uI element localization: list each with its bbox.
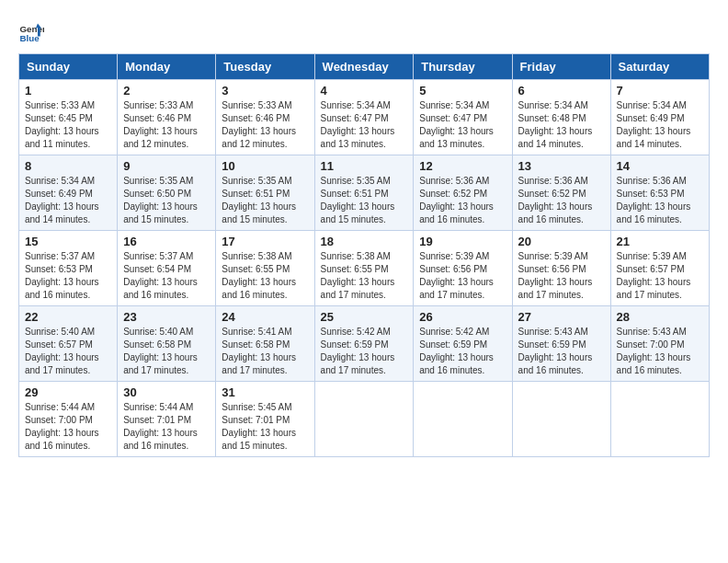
calendar-cell	[610, 382, 709, 457]
day-number: 14	[617, 159, 703, 173]
weekday-header-monday: Monday	[118, 54, 216, 80]
day-number: 23	[123, 310, 210, 324]
company-logo: General Blue	[18, 18, 46, 44]
weekday-header-sunday: Sunday	[19, 54, 118, 80]
weekday-header-saturday: Saturday	[610, 54, 709, 80]
calendar-cell: 22 Sunrise: 5:40 AM Sunset: 6:57 PM Dayl…	[19, 306, 118, 382]
day-number: 20	[518, 235, 605, 248]
calendar-cell	[314, 382, 414, 457]
day-info: Sunrise: 5:40 AM Sunset: 6:57 PM Dayligh…	[25, 326, 111, 377]
day-info: Sunrise: 5:33 AM Sunset: 6:46 PM Dayligh…	[123, 99, 210, 151]
calendar-cell: 5 Sunrise: 5:34 AM Sunset: 6:47 PM Dayli…	[414, 80, 512, 155]
calendar-cell	[512, 382, 610, 457]
calendar-cell: 19 Sunrise: 5:39 AM Sunset: 6:56 PM Dayl…	[414, 231, 512, 306]
day-number: 1	[25, 84, 111, 98]
day-info: Sunrise: 5:44 AM Sunset: 7:01 PM Dayligh…	[123, 401, 210, 453]
svg-text:Blue: Blue	[19, 33, 40, 43]
day-number: 12	[419, 159, 506, 173]
calendar-cell: 6 Sunrise: 5:34 AM Sunset: 6:48 PM Dayli…	[512, 80, 610, 155]
day-number: 6	[518, 84, 605, 98]
day-number: 28	[617, 310, 703, 324]
calendar-cell: 13 Sunrise: 5:36 AM Sunset: 6:52 PM Dayl…	[512, 155, 610, 231]
day-number: 10	[222, 159, 308, 173]
calendar-cell: 4 Sunrise: 5:34 AM Sunset: 6:47 PM Dayli…	[314, 80, 414, 155]
day-number: 31	[222, 385, 308, 399]
day-info: Sunrise: 5:34 AM Sunset: 6:47 PM Dayligh…	[419, 99, 506, 151]
weekday-header-wednesday: Wednesday	[314, 54, 414, 80]
day-number: 9	[123, 159, 210, 173]
calendar-cell: 17 Sunrise: 5:38 AM Sunset: 6:55 PM Dayl…	[216, 231, 314, 306]
calendar-cell: 15 Sunrise: 5:37 AM Sunset: 6:53 PM Dayl…	[19, 231, 118, 306]
day-number: 5	[419, 84, 506, 98]
day-number: 3	[222, 84, 308, 98]
day-info: Sunrise: 5:36 AM Sunset: 6:53 PM Dayligh…	[617, 175, 703, 226]
day-number: 16	[123, 235, 210, 248]
day-number: 18	[321, 235, 408, 248]
day-info: Sunrise: 5:44 AM Sunset: 7:00 PM Dayligh…	[25, 401, 111, 453]
calendar-cell: 11 Sunrise: 5:35 AM Sunset: 6:51 PM Dayl…	[314, 155, 414, 231]
day-info: Sunrise: 5:37 AM Sunset: 6:54 PM Dayligh…	[123, 250, 210, 302]
calendar-cell: 16 Sunrise: 5:37 AM Sunset: 6:54 PM Dayl…	[118, 231, 216, 306]
day-info: Sunrise: 5:38 AM Sunset: 6:55 PM Dayligh…	[321, 250, 408, 302]
day-info: Sunrise: 5:42 AM Sunset: 6:59 PM Dayligh…	[321, 326, 408, 377]
day-info: Sunrise: 5:41 AM Sunset: 6:58 PM Dayligh…	[222, 326, 308, 377]
calendar-cell: 21 Sunrise: 5:39 AM Sunset: 6:57 PM Dayl…	[610, 231, 709, 306]
weekday-header-thursday: Thursday	[414, 54, 512, 80]
day-info: Sunrise: 5:43 AM Sunset: 7:00 PM Dayligh…	[617, 326, 703, 377]
day-info: Sunrise: 5:37 AM Sunset: 6:53 PM Dayligh…	[25, 250, 111, 302]
day-number: 30	[123, 385, 210, 399]
day-info: Sunrise: 5:42 AM Sunset: 6:59 PM Dayligh…	[419, 326, 506, 377]
weekday-header-tuesday: Tuesday	[216, 54, 314, 80]
day-info: Sunrise: 5:34 AM Sunset: 6:47 PM Dayligh…	[321, 99, 408, 151]
day-number: 7	[617, 84, 703, 98]
day-number: 15	[25, 235, 111, 248]
weekday-header-friday: Friday	[512, 54, 610, 80]
day-number: 2	[123, 84, 210, 98]
day-number: 21	[617, 235, 703, 248]
calendar-cell: 23 Sunrise: 5:40 AM Sunset: 6:58 PM Dayl…	[118, 306, 216, 382]
day-info: Sunrise: 5:39 AM Sunset: 6:56 PM Dayligh…	[518, 250, 605, 302]
calendar-cell: 14 Sunrise: 5:36 AM Sunset: 6:53 PM Dayl…	[610, 155, 709, 231]
calendar-cell: 30 Sunrise: 5:44 AM Sunset: 7:01 PM Dayl…	[118, 382, 216, 457]
day-number: 25	[321, 310, 408, 324]
day-info: Sunrise: 5:38 AM Sunset: 6:55 PM Dayligh…	[222, 250, 308, 302]
day-number: 13	[518, 159, 605, 173]
calendar-cell: 9 Sunrise: 5:35 AM Sunset: 6:50 PM Dayli…	[118, 155, 216, 231]
calendar-cell: 31 Sunrise: 5:45 AM Sunset: 7:01 PM Dayl…	[216, 382, 314, 457]
day-info: Sunrise: 5:35 AM Sunset: 6:51 PM Dayligh…	[222, 175, 308, 226]
calendar-cell	[414, 382, 512, 457]
day-number: 24	[222, 310, 308, 324]
calendar-cell: 28 Sunrise: 5:43 AM Sunset: 7:00 PM Dayl…	[610, 306, 709, 382]
day-number: 8	[25, 159, 111, 173]
day-info: Sunrise: 5:45 AM Sunset: 7:01 PM Dayligh…	[222, 401, 308, 453]
day-info: Sunrise: 5:34 AM Sunset: 6:49 PM Dayligh…	[25, 175, 111, 226]
day-number: 26	[419, 310, 506, 324]
day-number: 22	[25, 310, 111, 324]
calendar-cell: 7 Sunrise: 5:34 AM Sunset: 6:49 PM Dayli…	[610, 80, 709, 155]
day-info: Sunrise: 5:34 AM Sunset: 6:48 PM Dayligh…	[518, 99, 605, 151]
calendar-cell: 18 Sunrise: 5:38 AM Sunset: 6:55 PM Dayl…	[314, 231, 414, 306]
day-info: Sunrise: 5:33 AM Sunset: 6:46 PM Dayligh…	[222, 99, 308, 151]
day-number: 27	[518, 310, 605, 324]
calendar-table: SundayMondayTuesdayWednesdayThursdayFrid…	[18, 53, 710, 457]
page-header: General Blue	[18, 18, 710, 44]
day-number: 29	[25, 385, 111, 399]
calendar-cell: 27 Sunrise: 5:43 AM Sunset: 6:59 PM Dayl…	[512, 306, 610, 382]
calendar-cell: 1 Sunrise: 5:33 AM Sunset: 6:45 PM Dayli…	[19, 80, 118, 155]
calendar-cell: 10 Sunrise: 5:35 AM Sunset: 6:51 PM Dayl…	[216, 155, 314, 231]
day-info: Sunrise: 5:35 AM Sunset: 6:50 PM Dayligh…	[123, 175, 210, 226]
day-info: Sunrise: 5:43 AM Sunset: 6:59 PM Dayligh…	[518, 326, 605, 377]
day-info: Sunrise: 5:33 AM Sunset: 6:45 PM Dayligh…	[25, 99, 111, 151]
calendar-cell: 2 Sunrise: 5:33 AM Sunset: 6:46 PM Dayli…	[118, 80, 216, 155]
day-info: Sunrise: 5:39 AM Sunset: 6:57 PM Dayligh…	[617, 250, 703, 302]
calendar-cell: 20 Sunrise: 5:39 AM Sunset: 6:56 PM Dayl…	[512, 231, 610, 306]
day-info: Sunrise: 5:36 AM Sunset: 6:52 PM Dayligh…	[419, 175, 506, 226]
calendar-cell: 3 Sunrise: 5:33 AM Sunset: 6:46 PM Dayli…	[216, 80, 314, 155]
day-info: Sunrise: 5:34 AM Sunset: 6:49 PM Dayligh…	[617, 99, 703, 151]
day-number: 11	[321, 159, 408, 173]
day-number: 17	[222, 235, 308, 248]
day-info: Sunrise: 5:35 AM Sunset: 6:51 PM Dayligh…	[321, 175, 408, 226]
day-info: Sunrise: 5:39 AM Sunset: 6:56 PM Dayligh…	[419, 250, 506, 302]
calendar-cell: 25 Sunrise: 5:42 AM Sunset: 6:59 PM Dayl…	[314, 306, 414, 382]
calendar-cell: 26 Sunrise: 5:42 AM Sunset: 6:59 PM Dayl…	[414, 306, 512, 382]
